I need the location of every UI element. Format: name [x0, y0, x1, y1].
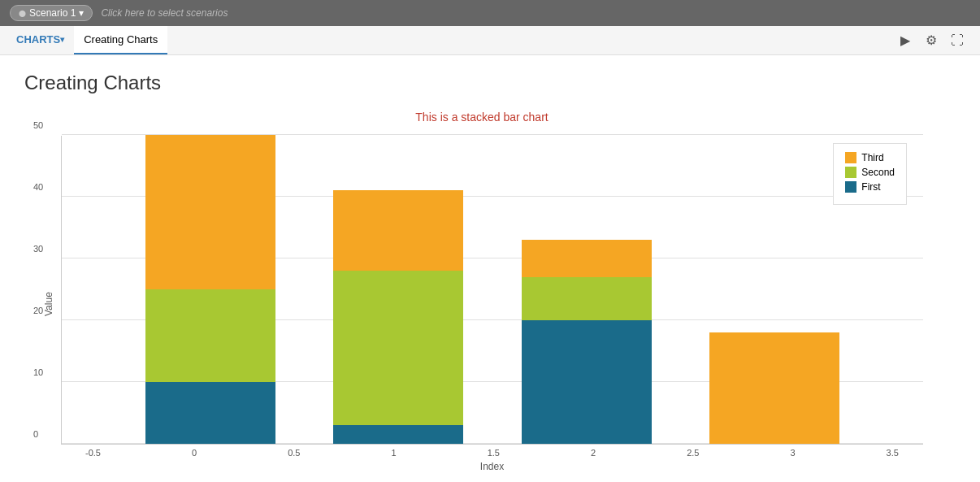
x-axis: -0.500.511.522.533.5	[61, 445, 923, 458]
x-tick: 3.5	[887, 448, 899, 458]
x-tick: 1.5	[488, 448, 500, 458]
chart-area: Value 50403020100 -0.500.511.522.533.5 I…	[41, 136, 923, 472]
bar-segment-third	[709, 332, 839, 444]
top-bar: Scenario 1 ▾ Click here to select scenar…	[0, 0, 980, 26]
nav-right: ▶ ⚙ ⛶	[895, 26, 973, 54]
bar-segment-first	[333, 425, 463, 444]
x-tick: 0	[192, 448, 197, 458]
bar-group	[333, 190, 463, 444]
charts-menu-label: CHARTS	[16, 33, 60, 46]
x-tick: 0.5	[288, 448, 300, 458]
bar-segment-second	[145, 289, 275, 382]
gear-icon[interactable]: ⚙	[921, 31, 941, 50]
bar-segment-third	[145, 135, 275, 289]
bar-group	[145, 135, 275, 444]
x-tick: 2	[591, 448, 596, 458]
nav-left: CHARTS Creating Charts	[7, 26, 167, 54]
chart-plot: 50403020100	[61, 136, 923, 445]
chart-wrapper: This is a stacked bar chart Value 504030…	[41, 111, 923, 472]
page-title: Creating Charts	[24, 72, 956, 94]
click-hint: Click here to select scenarios	[101, 7, 228, 19]
x-axis-label: Index	[61, 461, 923, 472]
y-axis-label: Value	[41, 136, 57, 472]
nav-bar: CHARTS Creating Charts ▶ ⚙ ⛶	[0, 26, 980, 55]
bar-segment-third	[333, 190, 463, 271]
bar-segment-second	[522, 277, 652, 320]
chart-title: This is a stacked bar chart	[41, 111, 923, 124]
scenario-button[interactable]: Scenario 1 ▾	[10, 5, 93, 21]
bar-segment-first	[145, 382, 275, 444]
chart-inner: 50403020100 -0.500.511.522.533.5 Index	[61, 136, 923, 472]
expand-icon[interactable]: ⛶	[947, 31, 967, 50]
chevron-down-icon: ▾	[79, 7, 84, 19]
tab-label: Creating Charts	[84, 33, 158, 46]
x-tick: -0.5	[85, 448, 101, 458]
bar-group	[522, 240, 652, 444]
x-tick: 3	[790, 448, 795, 458]
tab-creating-charts[interactable]: Creating Charts	[74, 26, 167, 54]
x-tick: 1	[391, 448, 396, 458]
bars-container	[86, 136, 899, 444]
page-content: Creating Charts This is a stacked bar ch…	[0, 55, 980, 482]
bar-segment-first	[522, 320, 652, 444]
bar-group	[709, 332, 839, 444]
play-icon[interactable]: ▶	[895, 31, 915, 50]
bar-segment-second	[333, 271, 463, 425]
scenario-label: Scenario 1	[29, 7, 76, 19]
bar-segment-third	[522, 240, 652, 277]
charts-menu[interactable]: CHARTS	[7, 26, 74, 54]
x-tick: 2.5	[687, 448, 699, 458]
